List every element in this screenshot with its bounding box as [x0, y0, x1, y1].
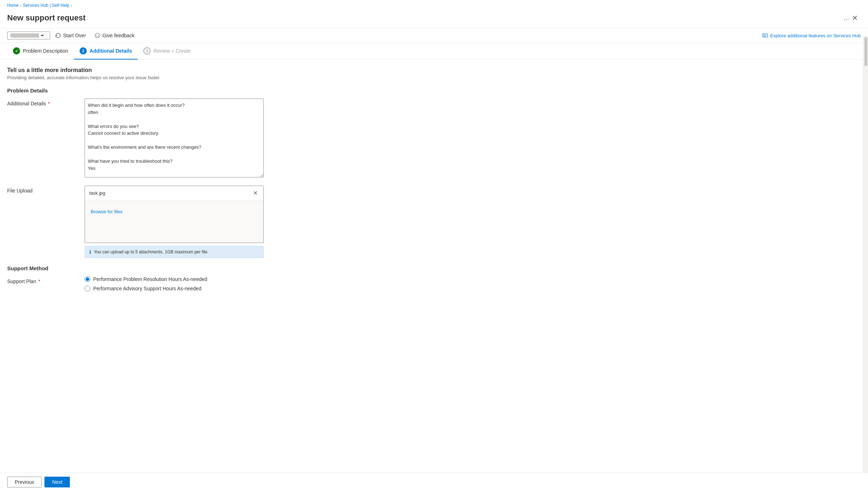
upload-info-text: You can upload up to 5 attachments. 1GB …	[94, 249, 209, 254]
close-button[interactable]: ✕	[849, 12, 861, 24]
support-radio-1[interactable]	[85, 276, 90, 282]
svg-point-1	[96, 35, 97, 35]
explore-label: Explore additional features on Services …	[770, 33, 861, 38]
file-upload-box: task.jpg ✕ Browse for files	[85, 186, 264, 243]
step-additional-details[interactable]: 2 Additional Details	[74, 43, 138, 59]
breadcrumb-home[interactable]: Home	[7, 3, 19, 8]
step-review-create[interactable]: 3 Review + Create	[138, 43, 196, 59]
required-star-details: *	[47, 101, 50, 106]
support-method-heading: Support Method	[7, 265, 315, 271]
file-item: task.jpg ✕	[85, 186, 263, 200]
toolbar-left: Start Over Give feedback	[7, 30, 761, 40]
step-problem-description[interactable]: ✓ Problem Description	[7, 43, 74, 59]
file-upload-control: task.jpg ✕ Browse for files ℹ You can up…	[85, 186, 264, 258]
support-option-1-label[interactable]: Performance Problem Resolution Hours As-…	[93, 276, 207, 282]
page-header: New support request ... ✕	[0, 11, 868, 28]
refresh-icon	[55, 33, 61, 38]
main-content: Tell us a little more information Provid…	[0, 60, 323, 331]
step-1-label: Problem Description	[23, 48, 68, 54]
support-plan-row: Support Plan * Performance Problem Resol…	[7, 276, 315, 295]
support-option-1: Performance Problem Resolution Hours As-…	[85, 276, 264, 282]
step-2-circle: 2	[80, 47, 87, 54]
svg-point-2	[98, 35, 99, 35]
additional-details-row: Additional Details * When did it begin a…	[7, 99, 315, 178]
start-over-label: Start Over	[63, 33, 86, 38]
additional-details-control: When did it begin and how often does it …	[85, 99, 264, 178]
file-name: task.jpg	[89, 190, 249, 196]
toolbar: Start Over Give feedback Explore additio…	[0, 28, 868, 43]
breadcrumb-services-hub[interactable]: Services Hub | Self Help	[23, 3, 70, 8]
feedback-icon	[95, 33, 100, 38]
explore-icon	[762, 33, 768, 38]
scroll-indicator[interactable]	[863, 36, 868, 491]
section-subtext: Providing detailed, accurate information…	[7, 75, 315, 80]
upload-info: ℹ You can upload up to 5 attachments. 1G…	[85, 246, 264, 258]
problem-details-heading: Problem Details	[7, 87, 315, 94]
dropdown-text-placeholder	[10, 33, 39, 38]
breadcrumb-sep-1: ›	[20, 3, 22, 8]
page-options-dots[interactable]: ...	[844, 14, 849, 22]
steps-bar: ✓ Problem Description 2 Additional Detai…	[0, 43, 868, 60]
support-method-section: Support Method Support Plan * Performanc…	[7, 265, 315, 295]
toolbar-dropdown[interactable]	[7, 32, 50, 39]
support-plan-label: Support Plan *	[7, 276, 79, 284]
file-remove-button[interactable]: ✕	[252, 189, 259, 197]
section-heading: Tell us a little more information	[7, 67, 315, 73]
toolbar-right: Explore additional features on Services …	[762, 33, 861, 38]
support-option-2-label[interactable]: Performance Advisory Support Hours As-ne…	[93, 286, 201, 291]
support-plan-options: Performance Problem Resolution Hours As-…	[85, 276, 264, 295]
previous-button[interactable]: Previous	[7, 477, 42, 487]
browse-files-link[interactable]: Browse for files	[91, 209, 123, 214]
svg-point-0	[95, 33, 100, 38]
required-star-plan: *	[37, 278, 40, 284]
next-button[interactable]: Next	[44, 477, 70, 487]
breadcrumb-sep-2: ›	[71, 3, 72, 8]
step-2-label: Additional Details	[90, 48, 132, 54]
give-feedback-label: Give feedback	[102, 33, 135, 38]
step-1-circle: ✓	[13, 47, 20, 54]
breadcrumb: Home › Services Hub | Self Help ›	[0, 0, 868, 11]
additional-details-label: Additional Details *	[7, 99, 79, 106]
page-title: New support request	[7, 13, 840, 23]
support-option-2: Performance Advisory Support Hours As-ne…	[85, 286, 264, 291]
bottom-bar: Previous Next	[0, 473, 868, 491]
explore-link[interactable]: Explore additional features on Services …	[762, 33, 861, 38]
file-upload-label: File Upload	[7, 186, 79, 194]
step-3-circle: 3	[143, 47, 151, 54]
info-icon: ℹ	[89, 249, 91, 255]
file-upload-row: File Upload task.jpg ✕ Browse for files …	[7, 186, 315, 258]
support-radio-2[interactable]	[85, 286, 90, 291]
chevron-down-icon	[40, 35, 44, 37]
start-over-button[interactable]: Start Over	[52, 30, 90, 40]
give-feedback-button[interactable]: Give feedback	[91, 30, 138, 40]
scroll-thumb	[864, 37, 867, 66]
file-drop-area[interactable]: Browse for files	[85, 200, 263, 236]
step-3-label: Review + Create	[153, 48, 191, 54]
additional-details-textarea[interactable]: When did it begin and how often does it …	[85, 99, 264, 177]
